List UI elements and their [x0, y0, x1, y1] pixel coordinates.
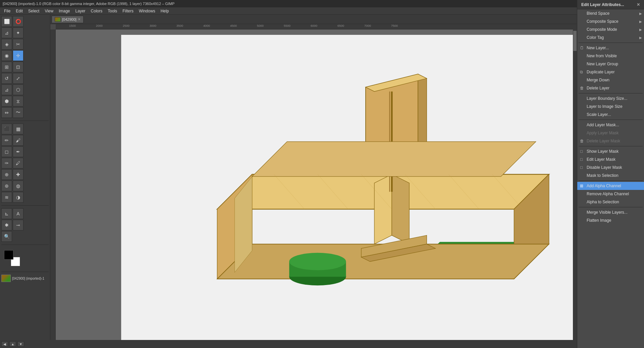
ctx-mask-to-selection[interactable]: Mask to Selection: [577, 171, 644, 180]
tool-perspective[interactable]: ⬡: [13, 84, 23, 95]
tool-perspective-clone[interactable]: ⊛: [1, 181, 12, 191]
scrollbar-thumb[interactable]: [573, 31, 577, 51]
ruler-label-2000: 2000: [96, 24, 103, 27]
menu-file[interactable]: File: [1, 8, 13, 14]
menu-edit[interactable]: Edit: [13, 8, 25, 14]
ctx-new-layer-group[interactable]: New Layer Group: [577, 60, 644, 68]
nav-up-button[interactable]: ▲: [9, 341, 16, 347]
ctx-merge-down-label: Merge Down: [587, 78, 609, 82]
tool-text[interactable]: A: [13, 208, 23, 219]
tool-scale[interactable]: ⤢: [13, 73, 23, 84]
nav-down-button[interactable]: ▼: [17, 341, 24, 347]
canvas-area[interactable]: 1500 2000 2500 3000 3500 4000 4500 5000 …: [50, 24, 644, 340]
tool-crop[interactable]: ⊡: [13, 62, 23, 72]
menu-tools[interactable]: Tools: [105, 8, 120, 14]
tool-color-picker[interactable]: ✱: [1, 220, 12, 230]
ctx-flatten-image-label: Flatten Image: [587, 218, 611, 223]
ctx-duplicate-layer[interactable]: ⧉ Duplicate Layer: [577, 68, 644, 76]
ctx-composite-mode[interactable]: Composite Mode ▶: [577, 25, 644, 33]
tool-airbrush[interactable]: ✒: [13, 146, 23, 157]
menu-select[interactable]: Select: [25, 8, 42, 14]
ctx-composite-space[interactable]: Composite Space ▶: [577, 17, 644, 25]
ctx-alpha-to-selection[interactable]: Alpha to Selection: [577, 198, 644, 206]
ctx-separator-2: [579, 93, 643, 93]
tool-free-select[interactable]: ⊿: [1, 27, 12, 38]
svg-marker-11: [392, 174, 409, 244]
tool-dodge-burn[interactable]: ◑: [13, 192, 23, 203]
tool-move[interactable]: ✛: [13, 50, 23, 61]
ctx-merge-visible-layers[interactable]: Merge Visible Layers...: [577, 208, 644, 216]
context-menu-close[interactable]: ✕: [637, 2, 640, 7]
tool-smudge[interactable]: ≋: [1, 192, 12, 203]
title-bar: [042900] (imported)-1.0 (RGB color 8-bit…: [0, 0, 644, 7]
ctx-show-layer-mask[interactable]: ☐ Show Layer Mask: [577, 147, 644, 155]
ctx-layer-boundary-size-label: Layer Boundary Size...: [587, 96, 627, 101]
tool-foreground-select[interactable]: ◉: [1, 50, 12, 61]
tool-paintbrush[interactable]: 🖌: [13, 135, 23, 146]
ctx-new-layer[interactable]: 🗒 New Layer...: [577, 44, 644, 52]
svg-marker-23: [252, 142, 536, 177]
ctx-delete-layer[interactable]: 🗑 Delete Layer: [577, 84, 644, 92]
ctx-edit-layer-mask[interactable]: ☐ Edit Layer Mask: [577, 155, 644, 163]
ctx-add-layer-mask[interactable]: Add Layer Mask...: [577, 121, 644, 129]
tool-scissors-select[interactable]: ✂: [13, 39, 23, 50]
ctx-new-from-visible[interactable]: New from Visible: [577, 52, 644, 60]
tool-mypaint-brush[interactable]: 🖊: [13, 158, 23, 168]
ctx-layer-to-image-size[interactable]: Layer to Image Size: [577, 102, 644, 111]
tool-eraser[interactable]: ◻: [1, 146, 12, 157]
ctx-color-tag-arrow: ▶: [639, 36, 642, 40]
nav-previous-button[interactable]: ◀: [1, 341, 8, 347]
menu-windows[interactable]: Windows: [136, 8, 158, 14]
menu-layer[interactable]: Layer: [73, 8, 88, 14]
tool-healing[interactable]: ✚: [13, 169, 23, 180]
ctx-show-layer-mask-label: Show Layer Mask: [587, 149, 619, 154]
ctx-add-alpha-channel[interactable]: ⊞ Add Alpha Channel: [577, 182, 644, 190]
foreground-color-box[interactable]: [4, 250, 13, 260]
tool-shear[interactable]: ⊿: [1, 84, 12, 95]
ctx-disable-layer-mask[interactable]: ☐ Disable Layer Mask: [577, 163, 644, 171]
ctx-flatten-image[interactable]: Flatten Image: [577, 216, 644, 224]
ctx-blend-space[interactable]: Blend Space ▶: [577, 9, 644, 17]
ruler-label-4000: 4000: [203, 24, 210, 27]
tab-name: [042900]: [62, 17, 76, 21]
layer-info: [042900] (imported)-1: [0, 273, 50, 283]
tool-paint-bucket[interactable]: ⬛: [1, 124, 12, 134]
ruler-label-6500: 6500: [337, 24, 344, 27]
tool-by-color-select[interactable]: ◈: [1, 39, 12, 50]
tool-pencil[interactable]: ✏: [1, 135, 12, 146]
tool-handle-transform[interactable]: ⧖: [13, 96, 23, 107]
ctx-merge-down[interactable]: Merge Down: [577, 76, 644, 84]
tool-fuzzy-select[interactable]: ✦: [13, 27, 23, 38]
menu-help[interactable]: Help: [158, 8, 172, 14]
tool-blend[interactable]: ▦: [13, 124, 23, 134]
document-tab[interactable]: [042900] ✕: [52, 16, 84, 23]
bottom-nav-bar: ◀ ▲ ▼: [0, 340, 577, 348]
tool-ink[interactable]: ✑: [1, 158, 12, 168]
menu-filters[interactable]: Filters: [120, 8, 136, 14]
context-menu: Edit Layer Attributes... ✕ Blend Space ▶…: [577, 0, 644, 348]
menu-view[interactable]: View: [42, 8, 56, 14]
tool-measure[interactable]: ⊸: [13, 220, 23, 230]
ctx-remove-alpha-channel[interactable]: Remove Alpha Channel: [577, 190, 644, 198]
tool-ellipse-select[interactable]: ⭕: [13, 16, 23, 27]
ctx-layer-boundary-size[interactable]: Layer Boundary Size...: [577, 94, 644, 102]
tool-align[interactable]: ⊞: [1, 62, 12, 72]
tool-warp-transform[interactable]: 〜: [13, 107, 23, 118]
tool-clone[interactable]: ⊕: [1, 169, 12, 180]
tool-blur[interactable]: ◍: [13, 181, 23, 191]
tool-rotate[interactable]: ↺: [1, 73, 12, 84]
ctx-scale-layer[interactable]: Scale Layer...: [577, 111, 644, 119]
tool-rect-select[interactable]: ⬜: [1, 16, 12, 27]
menu-colors[interactable]: Colors: [88, 8, 105, 14]
tool-zoom[interactable]: 🔍: [1, 231, 12, 242]
tool-unified-transform[interactable]: ⬢: [1, 96, 12, 107]
tab-close-button[interactable]: ✕: [78, 17, 80, 21]
ctx-color-tag[interactable]: Color Tag ▶: [577, 33, 644, 42]
menu-bar: File Edit Select View Image Layer Colors…: [0, 7, 644, 15]
tool-flip[interactable]: ⇔: [1, 107, 12, 118]
tool-separator-1: [1, 121, 49, 121]
fg-bg-color-selector[interactable]: [4, 250, 20, 266]
menu-image[interactable]: Image: [56, 8, 72, 14]
vertical-scrollbar[interactable]: [573, 24, 577, 340]
tool-path[interactable]: ⊾: [1, 208, 12, 219]
